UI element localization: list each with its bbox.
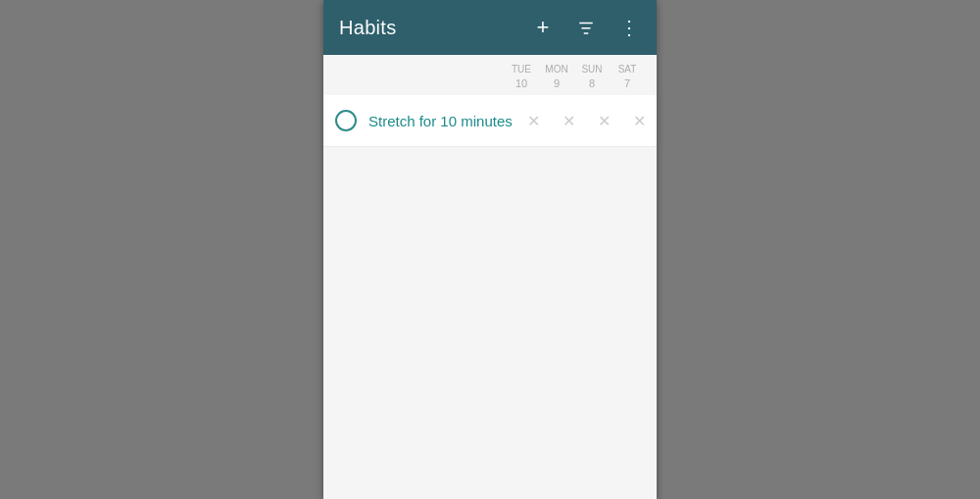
add-button[interactable]: + <box>523 8 563 47</box>
day-name-tue: TUE <box>504 63 539 76</box>
filter-button[interactable] <box>566 8 606 47</box>
date-col-mon: MON 9 <box>539 63 574 91</box>
table-row: Stretch for 10 minutes ✕ ✕ ✕ ✕ <box>323 95 657 147</box>
habit-label: Stretch for 10 minutes <box>368 113 515 129</box>
habit-list: Stretch for 10 minutes ✕ ✕ ✕ ✕ <box>323 95 657 297</box>
app-title: Habits <box>339 17 523 39</box>
page-wrapper: Habits + ⋮ TUE 10 <box>0 0 980 499</box>
more-icon: ⋮ <box>619 16 640 39</box>
date-col-sat: SAT 7 <box>610 63 645 91</box>
mark-cell-mon[interactable]: ✕ <box>551 103 586 138</box>
mark-x-sat: ✕ <box>633 112 646 130</box>
mark-cell-sat[interactable]: ✕ <box>621 103 657 138</box>
habit-marks: ✕ ✕ ✕ ✕ <box>515 103 657 138</box>
more-button[interactable]: ⋮ <box>610 8 649 47</box>
app-container: Habits + ⋮ TUE 10 <box>323 0 657 499</box>
mark-cell-tue[interactable]: ✕ <box>515 103 551 138</box>
date-col-sun: SUN 8 <box>574 63 610 91</box>
day-num-tue: 10 <box>504 76 539 91</box>
toolbar: Habits + ⋮ <box>323 0 657 55</box>
toolbar-actions: + ⋮ <box>523 8 649 47</box>
day-name-mon: MON <box>539 63 574 76</box>
day-num-sat: 7 <box>610 76 645 91</box>
content-area: TUE 10 MON 9 SUN 8 SAT 7 <box>323 55 657 499</box>
mark-cell-sun[interactable]: ✕ <box>586 103 621 138</box>
mark-x-sun: ✕ <box>598 112 611 130</box>
date-col-tue: TUE 10 <box>504 63 539 91</box>
day-name-sat: SAT <box>610 63 645 76</box>
mark-x-tue: ✕ <box>527 112 540 130</box>
plus-icon: + <box>537 15 550 40</box>
day-name-sun: SUN <box>574 63 610 76</box>
day-num-mon: 9 <box>539 76 574 91</box>
empty-area <box>323 297 657 499</box>
habit-checkbox[interactable] <box>335 110 357 131</box>
filter-icon <box>577 19 595 36</box>
day-num-sun: 8 <box>574 76 610 91</box>
date-header: TUE 10 MON 9 SUN 8 SAT 7 <box>323 55 657 95</box>
mark-x-mon: ✕ <box>563 112 575 130</box>
